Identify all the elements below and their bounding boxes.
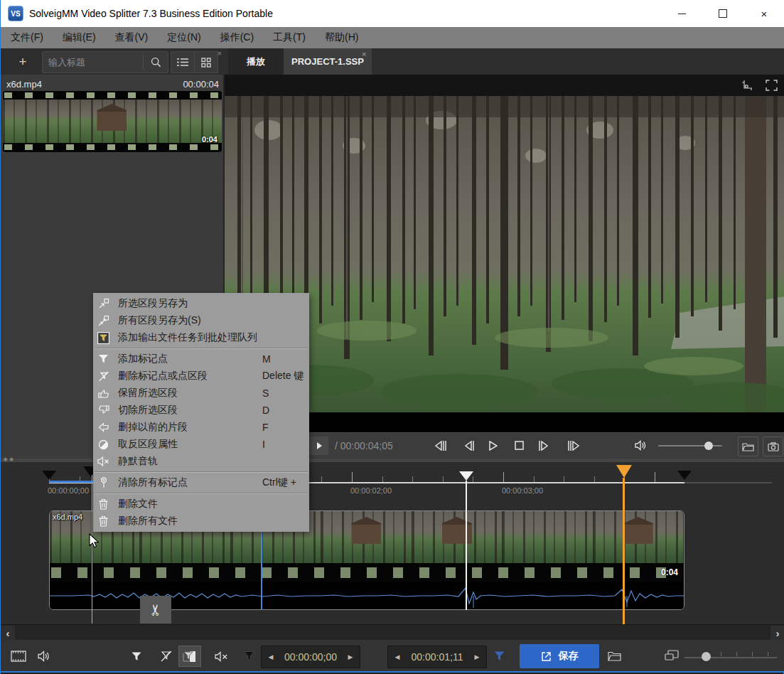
marker-funnel-icon	[131, 651, 142, 662]
media-item-header: x6d.mp4 00:00:04	[6, 79, 219, 90]
context-menu-item-delete-file[interactable]: 删除文件	[93, 496, 309, 513]
mute-button[interactable]	[210, 646, 232, 667]
marker-pane-icon	[183, 651, 197, 663]
start-time-decrement[interactable]: ◀	[262, 653, 280, 660]
context-menu-item-clear-markers[interactable]: 清除所有标记点 Ctrl键 +	[93, 474, 309, 491]
keep-selected-fragment-icon	[97, 387, 109, 400]
list-view-button[interactable]	[171, 51, 195, 73]
window-titlebar: VS SolveigMM Video Splitter 7.3 Business…	[1, 0, 784, 27]
save-button[interactable]: 保存	[520, 644, 599, 668]
frame-forward-button[interactable]	[536, 439, 552, 451]
output-folder-button[interactable]	[603, 646, 625, 667]
search-icon[interactable]	[144, 52, 168, 73]
volume-knob[interactable]	[704, 442, 713, 450]
toggle-video-track-button[interactable]	[8, 646, 29, 667]
zoom-tick	[736, 652, 737, 656]
film-frame	[503, 511, 593, 563]
tab-play[interactable]: 播放	[228, 48, 284, 75]
menu-item-file[interactable]: 文件(F)	[11, 31, 43, 44]
frame-back-button[interactable]	[461, 439, 476, 451]
stop-button[interactable]	[511, 439, 527, 451]
context-menu-item-batch-queue[interactable]: 添加输出文件任务到批处理队列	[93, 329, 309, 346]
timeline-marker-white[interactable]	[459, 471, 473, 481]
zoom-slider[interactable]	[684, 657, 777, 658]
filmstrip-icon	[11, 651, 26, 662]
speaker-icon	[38, 651, 51, 662]
scroll-right-button[interactable]: ›	[770, 626, 784, 640]
next-split-button[interactable]	[566, 439, 582, 451]
media-toolbar: + × 播放 PROJECT-1.SSP ×	[1, 48, 784, 75]
menu-item-tools[interactable]: 工具(T)	[273, 31, 306, 44]
end-time-increment[interactable]: ▶	[468, 653, 486, 660]
context-menu-item-invert[interactable]: 取反区段属性 I	[93, 436, 309, 453]
context-menu-item-cut-fragment[interactable]: 切除所选区段 D	[93, 402, 309, 419]
mute-speaker-icon	[215, 651, 228, 662]
marker-line-gray	[92, 475, 92, 624]
add-media-button[interactable]: +	[12, 52, 33, 71]
menu-separator	[95, 348, 308, 349]
maximize-button[interactable]	[702, 0, 743, 27]
timeline-marker-orange[interactable]	[616, 465, 632, 478]
timeline-marker-black[interactable]	[677, 471, 692, 480]
zoom-tick	[721, 652, 721, 656]
start-time-value[interactable]: 00:00:00;00	[280, 651, 341, 663]
transport-time: / 00:00:04;05	[335, 440, 393, 451]
timeline-marker-black[interactable]	[42, 471, 56, 480]
toggle-audio-track-button[interactable]	[33, 646, 55, 667]
timeline-hscrollbar[interactable]: ‹ ›	[1, 624, 784, 640]
context-menu-item-delete-all-files[interactable]: 删除所有文件	[93, 513, 309, 530]
tab-project[interactable]: PROJECT-1.SSP	[284, 48, 372, 75]
open-folder-button[interactable]	[738, 437, 758, 456]
playlist-expand-button[interactable]	[310, 437, 328, 455]
list-view-icon	[177, 58, 188, 67]
start-time-increment[interactable]: ▶	[341, 653, 360, 660]
tab-close-icon[interactable]: ×	[362, 50, 366, 58]
minimize-button[interactable]	[661, 0, 702, 27]
end-time-value[interactable]: 00:00:01;11	[407, 651, 468, 663]
panel-close-icon[interactable]: ×	[218, 50, 222, 58]
menu-item-help[interactable]: 帮助(H)	[325, 31, 358, 44]
window-title: SolveigMM Video Splitter 7.3 Business Ed…	[29, 8, 273, 19]
context-menu-item-add-marker[interactable]: 添加标记点 M	[93, 351, 309, 368]
major-tick	[503, 472, 504, 482]
clip-label: x6d.mp4	[53, 513, 82, 521]
menu-item-control[interactable]: 操作(C)	[220, 31, 254, 44]
context-menu-item-trim-previous[interactable]: 删掉以前的片段 F	[93, 419, 309, 436]
menu-item-edit[interactable]: 编辑(E)	[63, 31, 96, 44]
menu-item-view[interactable]: 查看(V)	[115, 31, 149, 44]
fullscreen-icon[interactable]	[766, 80, 778, 91]
scissors-icon: ✂	[147, 604, 164, 616]
snapshot-button[interactable]	[763, 437, 783, 456]
grid-view-button[interactable]	[194, 51, 218, 73]
marker-pane-button[interactable]	[178, 646, 201, 667]
context-menu-item-delete-marker[interactable]: 删除标记点或点区段 Delete 键	[93, 368, 309, 385]
end-time-decrement[interactable]: ◀	[388, 653, 407, 660]
media-thumbnail[interactable]: 0:04	[3, 91, 222, 152]
mute-track-icon	[97, 456, 109, 468]
context-menu-item-mute-track[interactable]: 静默音轨	[93, 453, 309, 470]
delete-marker-button[interactable]	[156, 646, 177, 667]
split-button[interactable]: ✂	[140, 596, 171, 624]
marker-delete-icon	[160, 651, 173, 662]
selection-range[interactable]	[49, 481, 93, 483]
delete-marker-icon	[97, 370, 109, 383]
crop-icon[interactable]	[741, 80, 754, 91]
context-menu-item-save-selected[interactable]: 所选区段另存为	[93, 295, 309, 312]
volume-icon[interactable]	[633, 439, 649, 451]
media-search-box	[42, 51, 168, 73]
folder-icon	[608, 651, 621, 661]
zoom-icon	[665, 650, 679, 662]
thumbnail-image	[3, 100, 222, 143]
grid-view-icon	[201, 58, 211, 68]
close-button[interactable]: ×	[743, 0, 784, 27]
media-search-input[interactable]	[43, 57, 143, 68]
prev-split-button[interactable]	[431, 439, 447, 451]
menu-item-navigation[interactable]: 定位(N)	[167, 31, 200, 44]
zoom-knob[interactable]	[702, 652, 711, 661]
context-menu-item-keep-fragment[interactable]: 保留所选区段 S	[93, 385, 309, 402]
context-menu-item-save-all[interactable]: 所有区段另存为(S)	[93, 312, 309, 329]
play-button[interactable]	[485, 439, 501, 451]
scroll-left-button[interactable]: ‹	[1, 626, 15, 640]
add-marker-button[interactable]	[126, 646, 147, 667]
context-menu: 所选区段另存为 所有区段另存为(S) 添加输出文件任务到批处理队列 添加标记点 …	[93, 293, 309, 532]
